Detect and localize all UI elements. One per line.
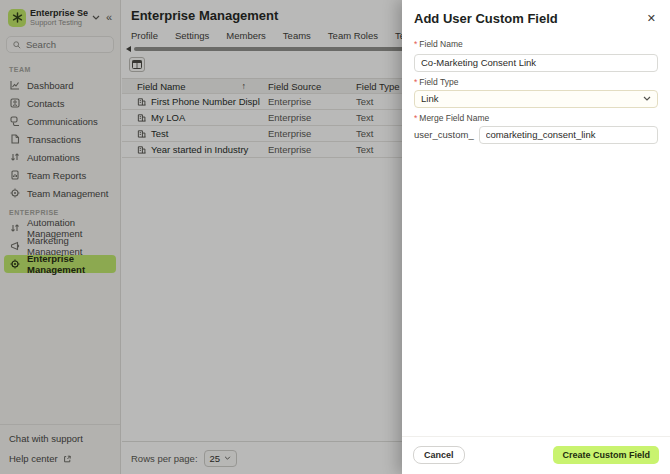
required-asterisk: * <box>414 113 417 123</box>
modal-dim-overlay[interactable] <box>0 0 402 474</box>
panel-footer: Cancel Create Custom Field <box>402 436 670 474</box>
field-name-input[interactable] <box>414 54 658 72</box>
merge-field-input[interactable] <box>479 126 658 144</box>
merge-field-prefix: user_custom_ <box>414 129 474 140</box>
required-asterisk: * <box>414 39 417 49</box>
field-type-value: Link <box>421 93 438 104</box>
required-asterisk: * <box>414 77 417 87</box>
panel-title: Add User Custom Field <box>414 11 558 26</box>
label-text: Field Type <box>419 77 458 87</box>
panel-header: Add User Custom Field ✕ <box>402 0 670 34</box>
app-root: Enterprise Set... Support Testing « TEAM… <box>0 0 670 474</box>
add-user-custom-field-panel: Add User Custom Field ✕ *Field Name *Fie… <box>402 0 670 474</box>
merge-field-row: user_custom_ <box>414 126 658 144</box>
cancel-button[interactable]: Cancel <box>413 446 465 464</box>
field-type-select[interactable]: Link <box>414 90 658 108</box>
label-text: Merge Field Name <box>419 113 489 123</box>
label-text: Field Name <box>419 39 462 49</box>
panel-body: *Field Name *Field Type Link *Merge Fiel… <box>402 39 670 144</box>
field-name-label: *Field Name <box>414 39 658 49</box>
merge-field-name-label: *Merge Field Name <box>414 113 658 123</box>
close-icon[interactable]: ✕ <box>645 11 658 26</box>
create-custom-field-button[interactable]: Create Custom Field <box>553 446 659 464</box>
chevron-down-icon <box>643 96 651 101</box>
field-type-label: *Field Type <box>414 77 658 87</box>
